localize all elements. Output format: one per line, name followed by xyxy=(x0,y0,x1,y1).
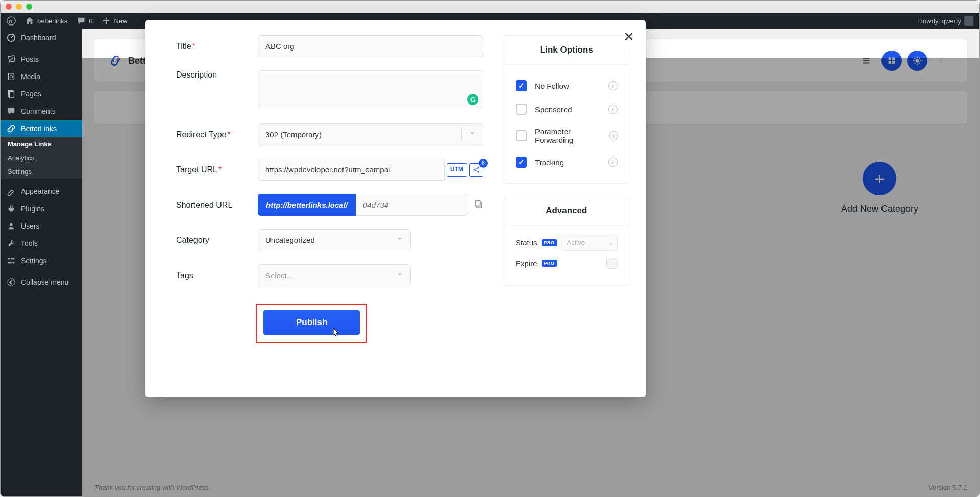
menu-tools[interactable]: Tools xyxy=(1,235,82,252)
close-window-dot[interactable] xyxy=(6,4,12,10)
submenu-analytics[interactable]: Analytics xyxy=(1,151,82,165)
menu-collapse[interactable]: Collapse menu xyxy=(1,274,82,291)
new-label: New xyxy=(114,17,127,25)
info-icon[interactable] xyxy=(608,81,618,90)
description-input[interactable] xyxy=(258,70,483,108)
submenu-manage-links[interactable]: Manage Links xyxy=(1,137,82,151)
utm-button[interactable]: UTM xyxy=(447,163,467,177)
grid-view-button[interactable] xyxy=(881,51,902,71)
expire-label: Expire xyxy=(516,259,537,268)
svg-rect-7 xyxy=(11,258,14,260)
checkbox-checked-icon[interactable] xyxy=(516,157,527,168)
menu-comments[interactable]: Comments xyxy=(1,103,82,120)
betterlinks-logo-icon xyxy=(109,54,122,67)
status-select[interactable]: Active xyxy=(561,235,618,251)
menu-settings[interactable]: Settings xyxy=(1,252,82,269)
max-window-dot[interactable] xyxy=(26,4,32,10)
info-icon[interactable] xyxy=(609,131,618,140)
footer: Thank you for creating with WordPress. V… xyxy=(94,484,967,491)
add-category-label: Add New Category xyxy=(841,204,918,214)
svg-point-5 xyxy=(10,223,12,226)
site-link[interactable]: betterlinks xyxy=(25,16,67,26)
mac-titlebar xyxy=(1,1,979,13)
tags-label: Tags xyxy=(176,271,258,280)
svg-rect-4 xyxy=(9,92,14,98)
opt-paramfwd[interactable]: Parameter Forwarding xyxy=(516,121,618,151)
share-badge: 8 xyxy=(479,159,488,168)
menu-appearance[interactable]: Appearance xyxy=(1,183,82,200)
pro-badge: PRO xyxy=(542,239,557,246)
menu-users[interactable]: Users xyxy=(1,217,82,235)
svg-rect-21 xyxy=(476,200,480,206)
publish-button[interactable]: Publish xyxy=(263,310,360,335)
light-mode-button[interactable] xyxy=(907,51,927,71)
advanced-panel: Advanced Status PRO Active ⌄ Expire PRO xyxy=(504,196,629,286)
menu-plugins[interactable]: Plugins xyxy=(1,200,82,217)
advanced-heading: Advanced xyxy=(504,196,629,226)
submenu-betterlinks: Manage Links Analytics Settings xyxy=(1,137,82,179)
svg-rect-13 xyxy=(892,58,895,60)
svg-point-17 xyxy=(473,169,475,170)
wp-logo[interactable] xyxy=(7,16,16,26)
checkbox-checked-icon[interactable] xyxy=(516,80,527,91)
short-label: Shortened URL xyxy=(176,201,258,210)
new-link[interactable]: New xyxy=(102,16,127,26)
link-options-panel: Link Options No Follow Sponsored Paramet… xyxy=(504,35,629,184)
comments-link[interactable]: 0 xyxy=(77,16,92,26)
opt-nofollow[interactable]: No Follow xyxy=(516,74,618,97)
title-input[interactable] xyxy=(258,35,483,57)
svg-point-11 xyxy=(117,57,119,59)
info-icon[interactable] xyxy=(608,105,618,114)
cursor-icon xyxy=(332,328,340,338)
short-slug-input[interactable] xyxy=(356,194,468,216)
pro-badge: PRO xyxy=(542,260,557,267)
opt-sponsored[interactable]: Sponsored xyxy=(516,97,618,121)
close-icon[interactable]: ✕ xyxy=(623,29,634,45)
category-label: Category xyxy=(176,236,258,245)
svg-point-10 xyxy=(8,279,15,286)
site-name: betterlinks xyxy=(37,17,67,25)
svg-rect-14 xyxy=(889,61,891,64)
description-label: Description xyxy=(176,70,258,80)
howdy-text: Howdy, qwerty xyxy=(918,17,961,25)
copy-icon[interactable] xyxy=(474,200,483,211)
dark-mode-button[interactable] xyxy=(933,51,953,71)
min-window-dot[interactable] xyxy=(16,4,22,10)
redirect-select[interactable]: 302 (Temporary) xyxy=(258,123,483,145)
submenu-settings[interactable]: Settings xyxy=(1,165,82,179)
adv-status-row: Status PRO Active ⌄ xyxy=(516,235,618,251)
menu-posts[interactable]: Posts xyxy=(1,51,82,68)
target-label: Target URL* xyxy=(176,165,258,175)
grammarly-icon[interactable]: G xyxy=(467,94,478,105)
expire-toggle[interactable] xyxy=(606,258,618,269)
share-button[interactable]: 8 xyxy=(469,163,483,177)
comment-count: 0 xyxy=(89,17,92,25)
menu-media[interactable]: Media xyxy=(1,68,82,85)
howdy[interactable]: Howdy, qwerty xyxy=(918,16,973,26)
list-view-button[interactable] xyxy=(856,51,876,71)
svg-rect-9 xyxy=(13,262,15,264)
svg-point-16 xyxy=(915,59,919,62)
category-select[interactable]: Uncategorized xyxy=(258,229,411,251)
footer-thanks: Thank you for creating with WordPress. xyxy=(94,484,211,491)
title-label: Title* xyxy=(176,42,258,51)
info-icon[interactable] xyxy=(608,158,618,167)
menu-dashboard[interactable]: Dashboard xyxy=(1,29,82,46)
target-url-input[interactable] xyxy=(258,159,445,181)
svg-point-0 xyxy=(7,17,15,25)
add-category-button[interactable]: + xyxy=(863,162,896,195)
admin-sidebar: Dashboard Posts Media Pages Comments Bet… xyxy=(1,29,82,496)
svg-rect-6 xyxy=(8,258,10,260)
tags-select[interactable]: Select... xyxy=(258,264,411,286)
menu-pages[interactable]: Pages xyxy=(1,85,82,103)
publish-highlight: Publish xyxy=(256,304,368,343)
short-prefix: http://betterlinks.local/ xyxy=(258,194,356,216)
avatar xyxy=(964,16,973,26)
opt-tracking[interactable]: Tracking xyxy=(516,151,618,174)
link-options-heading: Link Options xyxy=(504,36,629,65)
checkbox-icon[interactable] xyxy=(516,130,527,141)
menu-betterlinks[interactable]: BetterLinks xyxy=(1,120,82,137)
checkbox-icon[interactable] xyxy=(516,104,527,115)
svg-rect-15 xyxy=(892,61,895,64)
status-label: Status xyxy=(516,238,537,247)
